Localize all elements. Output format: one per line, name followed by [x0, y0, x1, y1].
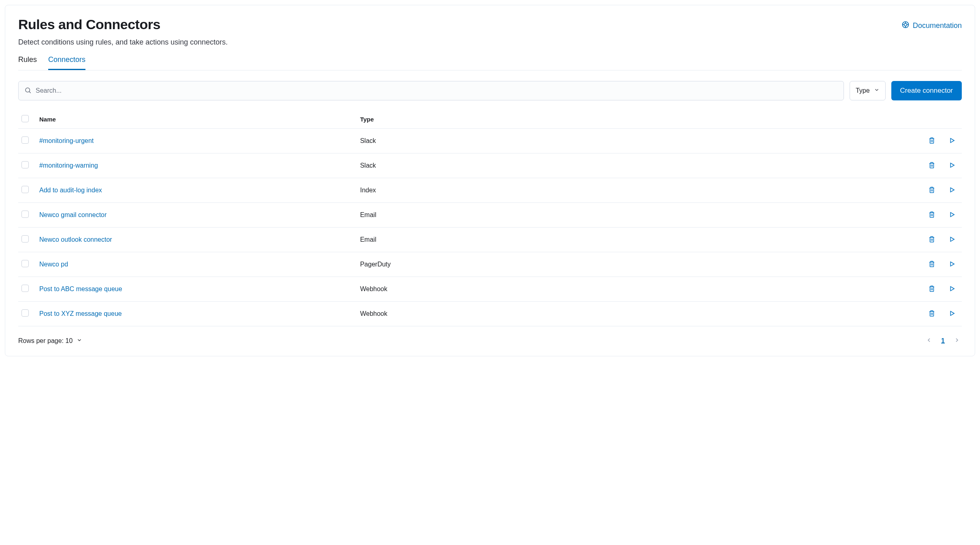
svg-point-1	[904, 23, 907, 26]
connector-name-link[interactable]: #monitoring-warning	[39, 162, 98, 169]
pager-next-button[interactable]	[952, 335, 962, 346]
connector-type: Slack	[357, 129, 913, 153]
row-checkbox[interactable]	[21, 136, 29, 144]
rows-per-page-label: Rows per page: 10	[18, 337, 72, 345]
run-button[interactable]	[946, 233, 959, 246]
page-header: Rules and Connectors Detect conditions u…	[18, 17, 962, 54]
row-checkbox[interactable]	[21, 309, 29, 317]
table-row: Newco pdPagerDuty	[18, 252, 962, 277]
play-icon	[948, 211, 956, 219]
row-checkbox[interactable]	[21, 161, 29, 168]
delete-button[interactable]	[925, 209, 938, 221]
table-row: Add to audit-log indexIndex	[18, 178, 962, 203]
page-title: Rules and Connectors	[18, 17, 228, 32]
connector-type: Slack	[357, 153, 913, 178]
row-checkbox[interactable]	[21, 186, 29, 193]
run-button[interactable]	[946, 258, 959, 271]
search-field[interactable]	[18, 81, 844, 100]
svg-marker-16	[950, 187, 954, 192]
run-button[interactable]	[946, 159, 959, 172]
play-icon	[948, 285, 956, 294]
delete-button[interactable]	[925, 134, 938, 147]
trash-icon	[928, 186, 935, 195]
play-icon	[948, 137, 956, 145]
help-icon	[901, 21, 910, 31]
trash-icon	[928, 162, 935, 170]
connector-name-link[interactable]: #monitoring-urgent	[39, 137, 94, 144]
trash-icon	[928, 137, 935, 145]
play-icon	[948, 260, 956, 269]
documentation-link[interactable]: Documentation	[901, 21, 962, 31]
table-row: #monitoring-warningSlack	[18, 153, 962, 178]
delete-button[interactable]	[925, 283, 938, 296]
type-filter-label: Type	[856, 87, 870, 94]
page-subtitle: Detect conditions using rules, and take …	[18, 38, 228, 47]
connector-type: Email	[357, 203, 913, 228]
trash-icon	[928, 260, 935, 269]
play-icon	[948, 162, 956, 170]
svg-marker-19	[950, 212, 954, 217]
table-row: #monitoring-urgentSlack	[18, 129, 962, 153]
delete-button[interactable]	[925, 233, 938, 246]
trash-icon	[928, 310, 935, 318]
column-header-name[interactable]: Name	[36, 111, 357, 129]
select-all-checkbox[interactable]	[21, 115, 29, 122]
run-button[interactable]	[946, 184, 959, 197]
row-checkbox[interactable]	[21, 285, 29, 292]
connector-name-link[interactable]: Post to ABC message queue	[39, 285, 122, 292]
connector-name-link[interactable]: Newco outlook connector	[39, 236, 112, 243]
trash-icon	[928, 211, 935, 219]
chevron-down-icon	[77, 337, 82, 345]
run-button[interactable]	[946, 283, 959, 296]
row-checkbox[interactable]	[21, 235, 29, 243]
chevron-right-icon	[954, 337, 960, 345]
column-header-type[interactable]: Type	[357, 111, 913, 129]
connector-type: Email	[357, 228, 913, 252]
connector-type: Webhook	[357, 302, 913, 326]
delete-button[interactable]	[925, 159, 938, 172]
delete-button[interactable]	[925, 184, 938, 197]
table-row: Post to ABC message queueWebhook	[18, 277, 962, 302]
toolbar: Type Create connector	[18, 81, 962, 100]
run-button[interactable]	[946, 134, 959, 147]
row-checkbox[interactable]	[21, 260, 29, 267]
connector-type: Index	[357, 178, 913, 203]
connector-name-link[interactable]: Post to XYZ message queue	[39, 310, 122, 317]
play-icon	[948, 186, 956, 195]
svg-marker-22	[950, 237, 954, 241]
run-button[interactable]	[946, 307, 959, 320]
connector-name-link[interactable]: Newco pd	[39, 261, 68, 268]
search-icon	[24, 87, 32, 95]
rules-connectors-panel: Rules and Connectors Detect conditions u…	[5, 5, 975, 356]
play-icon	[948, 236, 956, 244]
svg-line-7	[29, 92, 30, 93]
delete-button[interactable]	[925, 258, 938, 271]
table-row: Newco gmail connectorEmail	[18, 203, 962, 228]
pager-prev-button[interactable]	[924, 335, 934, 346]
connector-type: Webhook	[357, 277, 913, 302]
connector-type: PagerDuty	[357, 252, 913, 277]
connector-name-link[interactable]: Newco gmail connector	[39, 211, 107, 218]
pager-current-page[interactable]: 1	[941, 337, 945, 345]
trash-icon	[928, 236, 935, 244]
documentation-link-label: Documentation	[913, 21, 962, 30]
create-connector-button[interactable]: Create connector	[891, 81, 962, 100]
table-footer: Rows per page: 10 1	[18, 335, 962, 346]
play-icon	[948, 310, 956, 318]
connectors-table: Name Type #monitoring-urgentSlack#monito…	[18, 111, 962, 326]
svg-marker-31	[950, 311, 954, 315]
svg-marker-10	[950, 138, 954, 143]
search-input[interactable]	[32, 83, 838, 98]
run-button[interactable]	[946, 209, 959, 221]
svg-marker-28	[950, 286, 954, 291]
connector-name-link[interactable]: Add to audit-log index	[39, 187, 102, 194]
delete-button[interactable]	[925, 307, 938, 320]
tab-connectors[interactable]: Connectors	[48, 54, 85, 70]
type-filter[interactable]: Type	[850, 81, 886, 100]
trash-icon	[928, 285, 935, 294]
table-row: Newco outlook connectorEmail	[18, 228, 962, 252]
svg-marker-13	[950, 163, 954, 167]
rows-per-page-selector[interactable]: Rows per page: 10	[18, 337, 82, 345]
row-checkbox[interactable]	[21, 211, 29, 218]
tab-rules[interactable]: Rules	[18, 54, 37, 70]
